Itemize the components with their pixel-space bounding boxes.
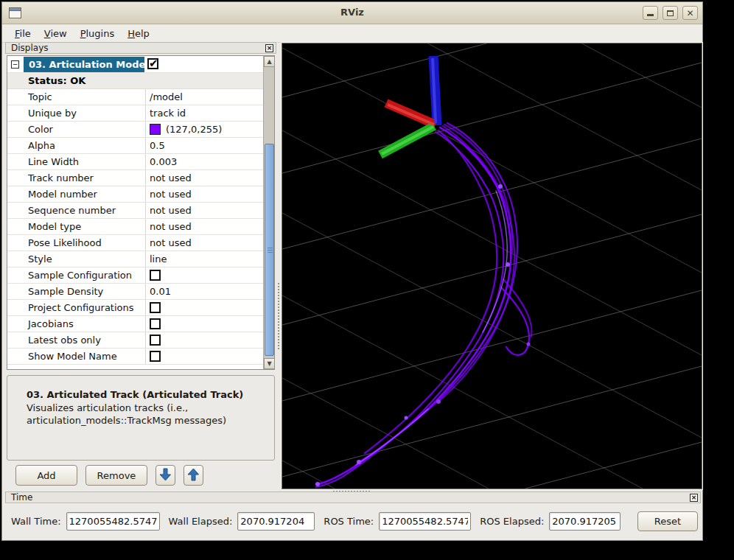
property-row[interactable]: Sample Density0.01 bbox=[7, 284, 263, 300]
time-panel-title: Time bbox=[11, 492, 32, 503]
time-field-input[interactable] bbox=[66, 512, 160, 531]
display-item-row[interactable]: − 03. Articulation Mode bbox=[7, 56, 263, 73]
property-value[interactable]: not used bbox=[146, 170, 263, 186]
property-label: Model number bbox=[7, 186, 146, 202]
property-checkbox[interactable] bbox=[150, 302, 161, 313]
add-button[interactable]: Add bbox=[15, 465, 77, 486]
property-row[interactable]: Line Width0.003 bbox=[7, 154, 263, 170]
time-field: ROS Time: bbox=[324, 512, 471, 531]
time-field-label: Wall Time: bbox=[11, 516, 61, 527]
vertical-splitter[interactable] bbox=[277, 282, 281, 350]
remove-button[interactable]: Remove bbox=[85, 465, 147, 486]
time-field-input[interactable] bbox=[379, 512, 471, 531]
property-value[interactable] bbox=[146, 300, 263, 315]
property-rows: Topic/modelUnique bytrack idColor(127,0,… bbox=[7, 89, 263, 365]
property-value[interactable] bbox=[146, 316, 263, 332]
property-value[interactable]: not used bbox=[146, 235, 263, 251]
property-row[interactable]: Sequence numbernot used bbox=[7, 203, 263, 219]
description-title: 03. Articulated Track (Articulated Track… bbox=[27, 389, 267, 400]
reset-button[interactable]: Reset bbox=[637, 511, 698, 531]
time-field: Wall Time: bbox=[11, 512, 160, 531]
property-checkbox[interactable] bbox=[150, 351, 161, 362]
collapse-icon[interactable]: − bbox=[11, 60, 19, 69]
time-panel-header[interactable]: Time × bbox=[5, 491, 701, 503]
property-label: Model type bbox=[7, 219, 146, 234]
display-item-name[interactable]: 03. Articulation Mode bbox=[24, 57, 144, 72]
displays-panel-header[interactable]: Displays × bbox=[5, 42, 276, 54]
property-row[interactable]: Topic/model bbox=[7, 89, 263, 105]
scroll-up-icon[interactable]: ▲ bbox=[264, 56, 275, 67]
property-label: Sample Configuration bbox=[7, 267, 146, 283]
property-label: Color bbox=[7, 122, 146, 137]
property-row[interactable]: Pose Likelihoodnot used bbox=[7, 235, 263, 251]
arrow-down-icon bbox=[159, 468, 172, 481]
time-fields: Wall Time:Wall Elapsed:ROS Time:ROS Elap… bbox=[11, 511, 698, 531]
property-value[interactable]: line bbox=[146, 251, 263, 267]
property-value[interactable]: not used bbox=[146, 219, 263, 234]
property-row[interactable]: Model numbernot used bbox=[7, 186, 263, 203]
time-field-input[interactable] bbox=[549, 512, 621, 531]
close-button[interactable]: ✕ bbox=[682, 6, 698, 20]
property-label: Project Configurations bbox=[7, 300, 146, 315]
property-row[interactable]: Show Model Name bbox=[7, 349, 263, 365]
maximize-button[interactable] bbox=[663, 6, 678, 20]
displays-panel-title: Displays bbox=[11, 43, 48, 53]
displays-close-icon[interactable]: × bbox=[265, 44, 273, 52]
property-row[interactable]: Color(127,0,255) bbox=[7, 122, 263, 138]
menu-help[interactable]: Help bbox=[121, 27, 156, 41]
tree-scrollbar[interactable]: ▲ ▼ bbox=[263, 56, 274, 369]
property-label: Topic bbox=[7, 89, 146, 105]
property-row[interactable]: Unique bytrack id bbox=[7, 105, 263, 122]
property-value[interactable] bbox=[146, 349, 263, 364]
window-title: RViz bbox=[2, 7, 702, 18]
property-checkbox[interactable] bbox=[150, 318, 161, 329]
scrollbar-thumb[interactable] bbox=[265, 144, 274, 356]
time-close-icon[interactable]: × bbox=[690, 494, 698, 502]
rviz-window: RViz ✕ File View Plugins Help Displays × bbox=[1, 1, 703, 541]
display-enabled-checkbox[interactable] bbox=[147, 58, 158, 69]
3d-viewport[interactable] bbox=[282, 43, 702, 489]
title-bar[interactable]: RViz ✕ bbox=[2, 2, 702, 24]
property-value[interactable] bbox=[146, 332, 263, 348]
description-box: 03. Articulated Track (Articulated Track… bbox=[7, 375, 275, 461]
time-field-label: Wall Elapsed: bbox=[169, 516, 233, 527]
property-value[interactable]: 0.5 bbox=[146, 138, 263, 153]
property-value[interactable]: not used bbox=[146, 203, 263, 218]
property-label: Latest obs only bbox=[7, 332, 146, 348]
property-value[interactable]: /model bbox=[146, 89, 263, 105]
menu-file[interactable]: File bbox=[8, 27, 38, 41]
property-value[interactable]: 0.003 bbox=[146, 154, 263, 169]
time-panel: Time × Wall Time:Wall Elapsed:ROS Time:R… bbox=[5, 491, 701, 539]
property-row[interactable]: Sample Configuration bbox=[7, 267, 263, 284]
property-row[interactable]: Latest obs only bbox=[7, 332, 263, 349]
property-checkbox[interactable] bbox=[150, 270, 161, 281]
property-value[interactable]: 0.01 bbox=[146, 284, 263, 299]
scroll-down-icon[interactable]: ▼ bbox=[264, 358, 275, 369]
minimize-button[interactable] bbox=[643, 6, 658, 20]
property-label: Track number bbox=[7, 170, 146, 186]
property-row[interactable]: Project Configurations bbox=[7, 300, 263, 316]
property-row[interactable]: Model typenot used bbox=[7, 219, 263, 235]
menu-view[interactable]: View bbox=[38, 27, 74, 41]
property-row[interactable]: Track numbernot used bbox=[7, 170, 263, 186]
property-value[interactable]: track id bbox=[146, 105, 263, 121]
property-value[interactable]: (127,0,255) bbox=[146, 122, 263, 137]
property-checkbox[interactable] bbox=[150, 335, 161, 346]
property-row[interactable]: Jacobians bbox=[7, 316, 263, 332]
property-row[interactable]: Styleline bbox=[7, 251, 263, 267]
property-label: Pose Likelihood bbox=[7, 235, 146, 251]
desktop: RViz ✕ File View Plugins Help Displays × bbox=[0, 0, 734, 560]
property-label: Alpha bbox=[7, 138, 146, 153]
move-down-button[interactable] bbox=[155, 465, 175, 486]
property-label: Show Model Name bbox=[7, 349, 146, 364]
displays-panel: Displays × − 03. Articulation Mode Statu… bbox=[5, 42, 276, 490]
description-line: articulation_models::TrackMsg messages) bbox=[27, 414, 267, 427]
property-value[interactable] bbox=[146, 267, 263, 283]
property-label: Sequence number bbox=[7, 203, 146, 218]
time-field-input[interactable] bbox=[237, 512, 315, 531]
move-up-button[interactable] bbox=[184, 465, 203, 486]
property-row[interactable]: Alpha0.5 bbox=[7, 138, 263, 154]
property-value[interactable]: not used bbox=[146, 186, 263, 202]
menu-plugins[interactable]: Plugins bbox=[74, 27, 122, 41]
color-swatch[interactable] bbox=[150, 124, 161, 135]
